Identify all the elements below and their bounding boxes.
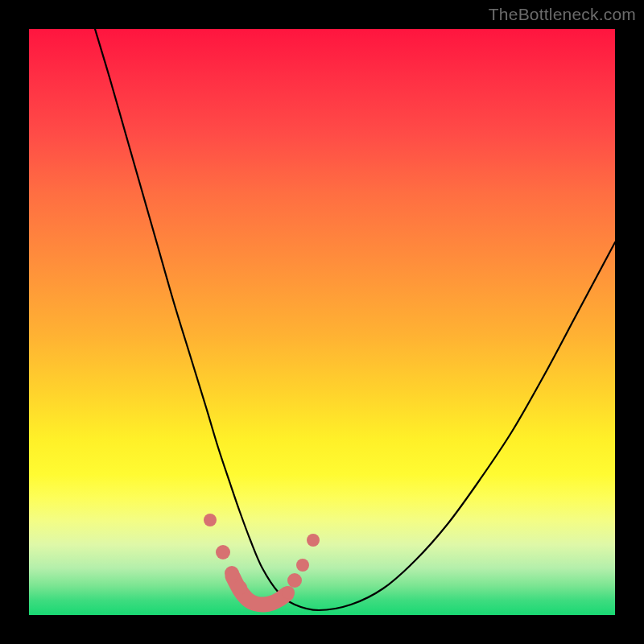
marker-dot xyxy=(287,573,302,588)
chart-stage: TheBottleneck.com xyxy=(0,0,644,644)
marker-dot xyxy=(225,566,239,580)
marker-dot xyxy=(204,514,217,526)
marker-dot xyxy=(233,580,247,595)
marker-dots xyxy=(204,514,320,599)
chart-svg xyxy=(29,29,615,615)
marker-dot xyxy=(282,586,295,599)
marker-dot xyxy=(216,545,230,559)
plot-area xyxy=(29,29,615,615)
marker-dot xyxy=(296,559,309,572)
watermark-text: TheBottleneck.com xyxy=(489,5,636,24)
marker-dot xyxy=(307,534,320,547)
bottleneck-curve xyxy=(95,29,615,610)
